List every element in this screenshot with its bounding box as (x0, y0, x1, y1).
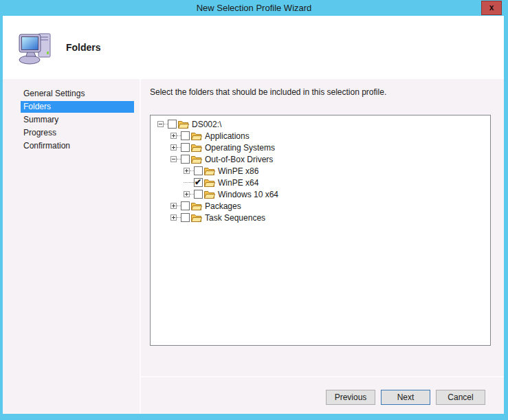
folder-icon (204, 178, 215, 187)
tree-node-operating-systems[interactable]: Operating Systems (151, 142, 490, 153)
checkbox-unchecked[interactable] (181, 143, 190, 152)
collapse-minus-icon[interactable] (157, 121, 164, 127)
tree-node-task-sequences[interactable]: Task Sequences (151, 212, 490, 223)
titlebar[interactable]: New Selection Profile Wizard x (0, 0, 508, 16)
close-button[interactable]: x (481, 1, 502, 15)
tree-node-label: Windows 10 x64 (218, 190, 278, 199)
tree-node-label: WinPE x64 (218, 178, 258, 188)
tree-node-label: Out-of-Box Drivers (205, 155, 273, 164)
expand-plus-icon[interactable] (184, 191, 190, 197)
tree-indent (151, 170, 184, 171)
checkbox-unchecked[interactable] (181, 131, 190, 140)
folder-icon (204, 190, 215, 199)
tree-indent (151, 135, 170, 136)
checkbox-unchecked[interactable] (181, 155, 190, 164)
sidebar-item-folders[interactable]: Folders (21, 101, 134, 113)
expand-plus-icon[interactable] (170, 133, 177, 139)
sidebar-divider (140, 79, 141, 414)
page-title: Folders (66, 42, 101, 53)
wizard-body: General SettingsFoldersSummaryProgressCo… (3, 79, 504, 414)
tree-node-label: Applications (205, 131, 250, 141)
tree-node-winpe-x86[interactable]: WinPE x86 (151, 165, 490, 177)
expand-plus-icon[interactable] (170, 203, 177, 209)
expand-plus-icon[interactable] (184, 168, 190, 174)
tree-node-packages[interactable]: Packages (151, 200, 490, 212)
tree-indent (151, 194, 184, 195)
sidebar-item-general-settings[interactable]: General Settings (21, 88, 134, 100)
tree-indent (151, 206, 170, 206)
instruction-text: Select the folders that should be includ… (150, 87, 386, 97)
folder-icon (191, 143, 202, 152)
checkbox-unchecked[interactable] (181, 213, 190, 222)
next-button[interactable]: Next (381, 390, 430, 405)
tree-connector (184, 182, 194, 183)
checkbox-unchecked[interactable] (168, 120, 177, 129)
tree-node-ds002[interactable]: DS002:\ (151, 118, 490, 130)
sidebar-item-summary[interactable]: Summary (21, 114, 134, 126)
sidebar-item-confirmation[interactable]: Confirmation (21, 140, 134, 152)
wizard-window: New Selection Profile Wizard x Folders (0, 0, 508, 420)
collapse-minus-icon[interactable] (170, 156, 177, 162)
folder-icon (191, 131, 202, 140)
tree-node-windows-10-x64[interactable]: Windows 10 x64 (151, 188, 490, 200)
checkbox-unchecked[interactable] (194, 190, 203, 199)
folder-icon (204, 166, 215, 175)
tree-node-label: WinPE x86 (218, 166, 258, 176)
tree-indent (151, 217, 170, 218)
tree-node-label: Operating Systems (205, 143, 275, 153)
tree-node-label: Packages (205, 201, 241, 211)
tree-node-label: DS002:\ (192, 120, 221, 129)
sidebar: General SettingsFoldersSummaryProgressCo… (3, 79, 140, 414)
folder-tree: DS002:\ApplicationsOperating SystemsOut-… (151, 115, 490, 223)
folder-icon (191, 201, 202, 210)
folder-icon (191, 155, 202, 164)
tree-node-out-of-box-drivers[interactable]: Out-of-Box Drivers (151, 153, 490, 165)
checkbox-unchecked[interactable] (194, 166, 203, 175)
tree-indent (151, 182, 184, 183)
sidebar-item-progress[interactable]: Progress (21, 127, 134, 139)
tree-indent (151, 147, 170, 148)
tree-node-applications[interactable]: Applications (151, 130, 490, 142)
tree-node-label: Task Sequences (205, 213, 265, 223)
checkbox-checked[interactable] (194, 178, 203, 187)
checkbox-unchecked[interactable] (181, 201, 190, 210)
previous-button[interactable]: Previous (326, 390, 375, 405)
wizard-header: Folders (3, 16, 504, 79)
folder-tree-panel[interactable]: DS002:\ApplicationsOperating SystemsOut-… (150, 115, 491, 346)
cancel-button[interactable]: Cancel (436, 390, 485, 405)
tree-indent (151, 159, 170, 159)
footer-divider (141, 376, 504, 377)
tree-node-winpe-x64[interactable]: WinPE x64 (151, 177, 490, 188)
window-title: New Selection Profile Wizard (0, 0, 508, 16)
close-icon: x (489, 3, 494, 12)
expand-plus-icon[interactable] (170, 214, 177, 221)
expand-plus-icon[interactable] (170, 144, 177, 151)
folder-icon (191, 213, 202, 222)
tree-indent (151, 124, 157, 124)
folder-icon (178, 120, 189, 129)
computer-icon (18, 30, 55, 65)
